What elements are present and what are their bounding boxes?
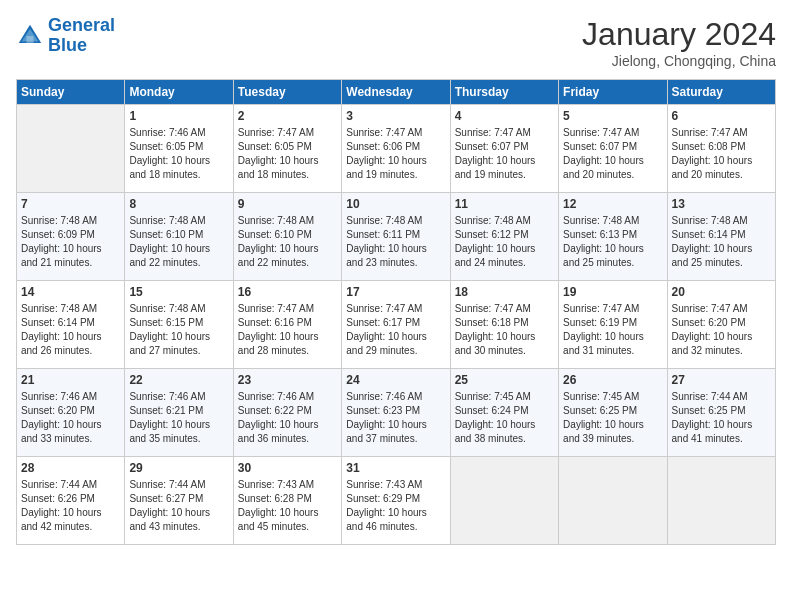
day-info: Sunrise: 7:46 AMSunset: 6:05 PMDaylight:… (129, 126, 228, 182)
day-info: Sunrise: 7:48 AMSunset: 6:11 PMDaylight:… (346, 214, 445, 270)
day-info: Sunrise: 7:46 AMSunset: 6:23 PMDaylight:… (346, 390, 445, 446)
day-info: Sunrise: 7:48 AMSunset: 6:10 PMDaylight:… (238, 214, 337, 270)
day-number: 17 (346, 285, 445, 299)
day-info: Sunrise: 7:44 AMSunset: 6:27 PMDaylight:… (129, 478, 228, 534)
calendar-cell: 11Sunrise: 7:48 AMSunset: 6:12 PMDayligh… (450, 193, 558, 281)
calendar-table: SundayMondayTuesdayWednesdayThursdayFrid… (16, 79, 776, 545)
calendar-cell: 22Sunrise: 7:46 AMSunset: 6:21 PMDayligh… (125, 369, 233, 457)
day-number: 4 (455, 109, 554, 123)
day-info: Sunrise: 7:46 AMSunset: 6:21 PMDaylight:… (129, 390, 228, 446)
calendar-cell: 15Sunrise: 7:48 AMSunset: 6:15 PMDayligh… (125, 281, 233, 369)
calendar-cell: 12Sunrise: 7:48 AMSunset: 6:13 PMDayligh… (559, 193, 667, 281)
header-cell-sunday: Sunday (17, 80, 125, 105)
logo: General Blue (16, 16, 115, 56)
calendar-cell: 2Sunrise: 7:47 AMSunset: 6:05 PMDaylight… (233, 105, 341, 193)
calendar-cell: 21Sunrise: 7:46 AMSunset: 6:20 PMDayligh… (17, 369, 125, 457)
day-info: Sunrise: 7:46 AMSunset: 6:22 PMDaylight:… (238, 390, 337, 446)
day-number: 20 (672, 285, 771, 299)
day-number: 9 (238, 197, 337, 211)
day-info: Sunrise: 7:47 AMSunset: 6:17 PMDaylight:… (346, 302, 445, 358)
calendar-cell: 4Sunrise: 7:47 AMSunset: 6:07 PMDaylight… (450, 105, 558, 193)
header-cell-thursday: Thursday (450, 80, 558, 105)
calendar-cell: 5Sunrise: 7:47 AMSunset: 6:07 PMDaylight… (559, 105, 667, 193)
calendar-cell: 6Sunrise: 7:47 AMSunset: 6:08 PMDaylight… (667, 105, 775, 193)
header-cell-friday: Friday (559, 80, 667, 105)
calendar-cell: 24Sunrise: 7:46 AMSunset: 6:23 PMDayligh… (342, 369, 450, 457)
calendar-cell (559, 457, 667, 545)
day-info: Sunrise: 7:45 AMSunset: 6:24 PMDaylight:… (455, 390, 554, 446)
logo-line1: General (48, 15, 115, 35)
day-info: Sunrise: 7:47 AMSunset: 6:20 PMDaylight:… (672, 302, 771, 358)
header-cell-wednesday: Wednesday (342, 80, 450, 105)
calendar-cell: 16Sunrise: 7:47 AMSunset: 6:16 PMDayligh… (233, 281, 341, 369)
calendar-cell: 18Sunrise: 7:47 AMSunset: 6:18 PMDayligh… (450, 281, 558, 369)
day-number: 16 (238, 285, 337, 299)
day-info: Sunrise: 7:48 AMSunset: 6:12 PMDaylight:… (455, 214, 554, 270)
calendar-week-3: 14Sunrise: 7:48 AMSunset: 6:14 PMDayligh… (17, 281, 776, 369)
day-number: 25 (455, 373, 554, 387)
calendar-cell: 1Sunrise: 7:46 AMSunset: 6:05 PMDaylight… (125, 105, 233, 193)
header-cell-saturday: Saturday (667, 80, 775, 105)
svg-rect-2 (27, 36, 34, 43)
day-info: Sunrise: 7:43 AMSunset: 6:29 PMDaylight:… (346, 478, 445, 534)
day-number: 27 (672, 373, 771, 387)
calendar-cell: 19Sunrise: 7:47 AMSunset: 6:19 PMDayligh… (559, 281, 667, 369)
day-info: Sunrise: 7:45 AMSunset: 6:25 PMDaylight:… (563, 390, 662, 446)
logo-text: General Blue (48, 16, 115, 56)
logo-line2: Blue (48, 35, 87, 55)
day-number: 30 (238, 461, 337, 475)
calendar-body: 1Sunrise: 7:46 AMSunset: 6:05 PMDaylight… (17, 105, 776, 545)
calendar-cell: 26Sunrise: 7:45 AMSunset: 6:25 PMDayligh… (559, 369, 667, 457)
calendar-cell (450, 457, 558, 545)
day-number: 3 (346, 109, 445, 123)
month-title: January 2024 (582, 16, 776, 53)
day-info: Sunrise: 7:47 AMSunset: 6:06 PMDaylight:… (346, 126, 445, 182)
day-info: Sunrise: 7:44 AMSunset: 6:26 PMDaylight:… (21, 478, 120, 534)
day-info: Sunrise: 7:47 AMSunset: 6:19 PMDaylight:… (563, 302, 662, 358)
day-info: Sunrise: 7:47 AMSunset: 6:07 PMDaylight:… (563, 126, 662, 182)
day-number: 10 (346, 197, 445, 211)
calendar-cell (667, 457, 775, 545)
day-number: 15 (129, 285, 228, 299)
day-number: 5 (563, 109, 662, 123)
calendar-cell: 13Sunrise: 7:48 AMSunset: 6:14 PMDayligh… (667, 193, 775, 281)
day-number: 13 (672, 197, 771, 211)
day-info: Sunrise: 7:48 AMSunset: 6:15 PMDaylight:… (129, 302, 228, 358)
day-info: Sunrise: 7:48 AMSunset: 6:09 PMDaylight:… (21, 214, 120, 270)
page-header: General Blue January 2024 Jielong, Chong… (16, 16, 776, 69)
calendar-cell: 17Sunrise: 7:47 AMSunset: 6:17 PMDayligh… (342, 281, 450, 369)
day-number: 29 (129, 461, 228, 475)
day-info: Sunrise: 7:47 AMSunset: 6:08 PMDaylight:… (672, 126, 771, 182)
day-number: 31 (346, 461, 445, 475)
header-cell-tuesday: Tuesday (233, 80, 341, 105)
title-block: January 2024 Jielong, Chongqing, China (582, 16, 776, 69)
calendar-cell (17, 105, 125, 193)
day-number: 14 (21, 285, 120, 299)
calendar-cell: 25Sunrise: 7:45 AMSunset: 6:24 PMDayligh… (450, 369, 558, 457)
day-number: 22 (129, 373, 228, 387)
calendar-cell: 14Sunrise: 7:48 AMSunset: 6:14 PMDayligh… (17, 281, 125, 369)
calendar-cell: 29Sunrise: 7:44 AMSunset: 6:27 PMDayligh… (125, 457, 233, 545)
day-number: 8 (129, 197, 228, 211)
calendar-cell: 20Sunrise: 7:47 AMSunset: 6:20 PMDayligh… (667, 281, 775, 369)
day-info: Sunrise: 7:44 AMSunset: 6:25 PMDaylight:… (672, 390, 771, 446)
day-number: 21 (21, 373, 120, 387)
day-info: Sunrise: 7:47 AMSunset: 6:18 PMDaylight:… (455, 302, 554, 358)
day-number: 18 (455, 285, 554, 299)
day-info: Sunrise: 7:47 AMSunset: 6:07 PMDaylight:… (455, 126, 554, 182)
calendar-header: SundayMondayTuesdayWednesdayThursdayFrid… (17, 80, 776, 105)
day-number: 11 (455, 197, 554, 211)
day-number: 7 (21, 197, 120, 211)
calendar-cell: 23Sunrise: 7:46 AMSunset: 6:22 PMDayligh… (233, 369, 341, 457)
day-number: 12 (563, 197, 662, 211)
day-number: 19 (563, 285, 662, 299)
day-info: Sunrise: 7:47 AMSunset: 6:16 PMDaylight:… (238, 302, 337, 358)
calendar-week-5: 28Sunrise: 7:44 AMSunset: 6:26 PMDayligh… (17, 457, 776, 545)
calendar-cell: 27Sunrise: 7:44 AMSunset: 6:25 PMDayligh… (667, 369, 775, 457)
calendar-cell: 28Sunrise: 7:44 AMSunset: 6:26 PMDayligh… (17, 457, 125, 545)
calendar-cell: 7Sunrise: 7:48 AMSunset: 6:09 PMDaylight… (17, 193, 125, 281)
day-info: Sunrise: 7:48 AMSunset: 6:14 PMDaylight:… (672, 214, 771, 270)
day-info: Sunrise: 7:43 AMSunset: 6:28 PMDaylight:… (238, 478, 337, 534)
calendar-week-1: 1Sunrise: 7:46 AMSunset: 6:05 PMDaylight… (17, 105, 776, 193)
calendar-week-4: 21Sunrise: 7:46 AMSunset: 6:20 PMDayligh… (17, 369, 776, 457)
